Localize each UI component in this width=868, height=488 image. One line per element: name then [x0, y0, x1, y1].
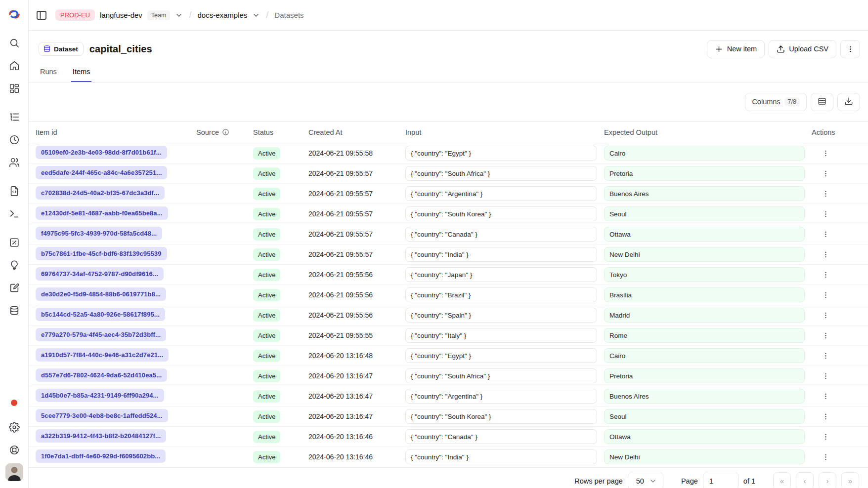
upload-csv-button[interactable]: Upload CSV: [769, 40, 836, 58]
input-cell[interactable]: { "country": "Italy" }: [405, 328, 597, 343]
expected-output-cell[interactable]: Ottawa: [604, 227, 805, 242]
next-page-button[interactable]: ›: [819, 472, 836, 488]
expected-output-cell[interactable]: Brasília: [604, 287, 805, 302]
breadcrumb-org[interactable]: langfuse-dev: [100, 11, 142, 19]
row-actions-menu-button[interactable]: [819, 247, 832, 261]
input-cell[interactable]: { "country": "India" }: [405, 247, 597, 262]
item-id-link[interactable]: d557e7d6-7802-4624-9da6-52d410ea5...: [36, 368, 167, 382]
input-cell[interactable]: { "country": "Egypt" }: [405, 146, 597, 161]
support-lifebuoy-icon[interactable]: [9, 445, 20, 455]
sessions-clock-icon[interactable]: [9, 134, 20, 145]
expected-output-cell[interactable]: Rome: [604, 328, 805, 343]
home-icon[interactable]: [9, 60, 20, 71]
row-actions-menu-button[interactable]: [819, 268, 832, 282]
row-actions-menu-button[interactable]: [819, 146, 832, 160]
column-header-input[interactable]: Input: [405, 128, 604, 136]
datasets-database-icon[interactable]: [9, 305, 20, 316]
input-cell[interactable]: { "country": "Egypt" }: [405, 348, 597, 363]
item-id-link[interactable]: e12430df-5e81-4687-aabb-f0ea65be8a...: [36, 206, 168, 220]
input-cell[interactable]: { "country": "Brazil" }: [405, 287, 597, 302]
previous-page-button[interactable]: ‹: [796, 472, 814, 488]
input-cell[interactable]: { "country": "Argentina" }: [405, 389, 597, 404]
insights-lightbulb-icon[interactable]: [9, 260, 20, 271]
row-height-button[interactable]: [811, 93, 833, 111]
item-id-link[interactable]: eed5dafe-244f-465c-a84c-4a6e357251...: [36, 166, 167, 179]
row-actions-menu-button[interactable]: [819, 328, 832, 342]
expected-output-cell[interactable]: New Delhi: [604, 247, 805, 262]
item-id-link[interactable]: b75c7861-1fbe-45cf-bdf6-83f139c95539: [36, 247, 167, 260]
expected-output-cell[interactable]: Cairo: [604, 348, 805, 363]
tab-items[interactable]: Items: [71, 63, 91, 82]
item-id-link[interactable]: 69764737-34af-4752-9787-d90df9616...: [36, 267, 164, 281]
column-header-item-id[interactable]: Item id: [36, 128, 196, 136]
row-actions-menu-button[interactable]: [819, 187, 832, 201]
row-actions-menu-button[interactable]: [819, 166, 832, 180]
input-cell[interactable]: { "country": "South Korea" }: [405, 409, 597, 424]
langfuse-logo-icon[interactable]: [7, 8, 21, 21]
page-number-input[interactable]: [703, 472, 738, 488]
playground-terminal-icon[interactable]: [9, 208, 20, 219]
breadcrumb-section[interactable]: Datasets: [274, 11, 304, 19]
breadcrumb-project[interactable]: docs-examples: [197, 11, 247, 19]
tab-runs[interactable]: Runs: [39, 63, 58, 82]
expected-output-cell[interactable]: Buenos Aires: [604, 186, 805, 201]
export-download-button[interactable]: [837, 93, 860, 111]
input-cell[interactable]: { "country": "India" }: [405, 449, 597, 464]
row-actions-menu-button[interactable]: [819, 349, 832, 363]
item-id-link[interactable]: a322b319-9412-4f43-b8f2-b20484127f...: [36, 429, 166, 443]
item-id-link[interactable]: 5cee7779-3e00-4eb8-be8c-1affedd524...: [36, 409, 168, 422]
row-actions-menu-button[interactable]: [819, 207, 832, 221]
row-actions-menu-button[interactable]: [819, 288, 832, 302]
tracing-list-tree-icon[interactable]: [9, 112, 20, 122]
expected-output-cell[interactable]: Cairo: [604, 146, 805, 161]
users-icon[interactable]: [9, 157, 20, 168]
expected-output-cell[interactable]: Seoul: [604, 409, 805, 424]
expected-output-cell[interactable]: Seoul: [604, 206, 805, 221]
item-id-link[interactable]: de30d2e0-f5d9-4854-88b6-0619771b8...: [36, 287, 166, 301]
column-header-status[interactable]: Status: [253, 128, 308, 136]
sidebar-toggle-icon[interactable]: [36, 9, 47, 21]
row-actions-menu-button[interactable]: [819, 409, 832, 423]
item-id-link[interactable]: 1d45b0e7-b85a-4231-9149-6ff90a294...: [36, 389, 164, 402]
header-more-menu-button[interactable]: [840, 40, 860, 58]
item-id-link[interactable]: e779a270-579a-4f45-aec4-35b72d3bff...: [36, 328, 166, 341]
last-page-button[interactable]: »: [841, 472, 859, 488]
input-cell[interactable]: { "country": "Canada" }: [405, 429, 597, 444]
row-actions-menu-button[interactable]: [819, 450, 832, 464]
search-icon[interactable]: [9, 38, 20, 48]
dashboard-icon[interactable]: [9, 83, 20, 94]
item-id-link[interactable]: a1910d57-7f84-440c-9e46-a31c2d7e21...: [36, 348, 169, 362]
row-actions-menu-button[interactable]: [819, 430, 832, 444]
row-actions-menu-button[interactable]: [819, 369, 832, 383]
expected-output-cell[interactable]: Pretoria: [604, 166, 805, 181]
expected-output-cell[interactable]: New Delhi: [604, 449, 805, 464]
prompts-file-icon[interactable]: [9, 186, 20, 197]
column-header-expected-output[interactable]: Expected Output: [604, 128, 812, 136]
expected-output-cell[interactable]: Pretoria: [604, 368, 805, 383]
item-id-link[interactable]: 1f0e7da1-dbff-4e60-929d-f6095602bb...: [36, 449, 166, 463]
row-actions-menu-button[interactable]: [819, 389, 832, 403]
input-cell[interactable]: { "country": "Japan" }: [405, 267, 597, 282]
column-header-created-at[interactable]: Created At: [308, 128, 405, 136]
item-id-link[interactable]: 05109ef0-2e3b-4e03-98dd-8f7d01b61f...: [36, 146, 167, 159]
columns-button[interactable]: Columns 7/8: [745, 93, 807, 111]
new-item-button[interactable]: New item: [707, 40, 765, 58]
input-cell[interactable]: { "country": "South Korea" }: [405, 206, 597, 221]
input-cell[interactable]: { "country": "South Africa" }: [405, 368, 597, 383]
input-cell[interactable]: { "country": "South Africa" }: [405, 166, 597, 181]
item-id-link[interactable]: c702838d-24d5-40a2-bf35-67dc3a3df...: [36, 186, 165, 200]
input-cell[interactable]: { "country": "Canada" }: [405, 227, 597, 242]
item-id-link[interactable]: b5c144cd-52a5-4a80-926e-58617f895...: [36, 308, 165, 321]
column-header-source[interactable]: Source: [196, 128, 253, 136]
row-actions-menu-button[interactable]: [819, 227, 832, 241]
user-avatar[interactable]: [5, 463, 23, 481]
info-icon[interactable]: [222, 128, 229, 136]
input-cell[interactable]: { "country": "Argentina" }: [405, 186, 597, 201]
chevron-down-icon[interactable]: [175, 11, 183, 19]
first-page-button[interactable]: «: [773, 472, 791, 488]
item-id-link[interactable]: f4975c95-5fc3-4939-970d-58fa5cd48...: [36, 227, 162, 240]
expected-output-cell[interactable]: Buenos Aires: [604, 389, 805, 404]
settings-gear-icon[interactable]: [9, 422, 20, 433]
input-cell[interactable]: { "country": "Spain" }: [405, 308, 597, 323]
annotation-clipboard-pen-icon[interactable]: [9, 283, 20, 293]
